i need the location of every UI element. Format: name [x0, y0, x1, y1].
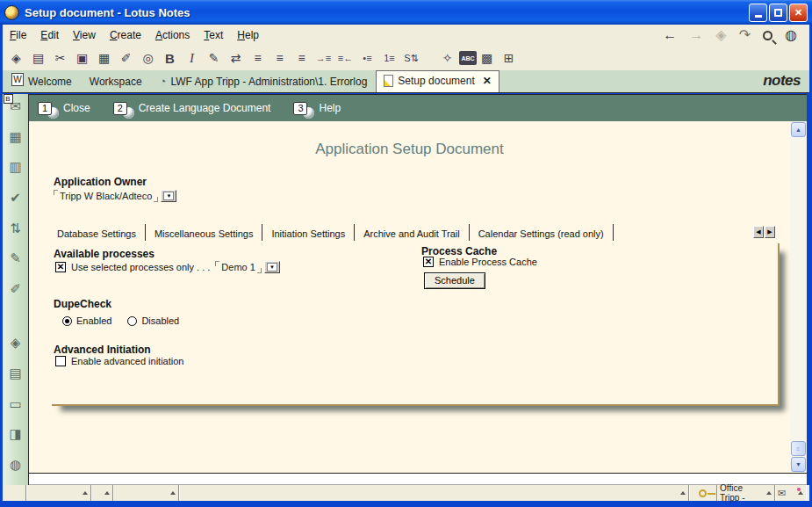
bullet-list-icon[interactable]: •≡ — [357, 48, 377, 69]
outdent-icon[interactable]: ≡← — [335, 48, 356, 69]
close-tab-icon[interactable]: ✕ — [483, 75, 492, 87]
use-selected-processes-checkbox[interactable] — [55, 262, 66, 272]
navigator-icon[interactable]: ◈ — [6, 48, 26, 69]
scroll-up-icon[interactable]: ▲ — [791, 122, 806, 137]
stop-icon[interactable]: ◈ — [715, 28, 726, 42]
maximize-icon — [774, 9, 782, 17]
scroll-down-icon[interactable]: ▼ — [791, 457, 806, 472]
tab-errorlog-label: LWF App Tripp - Administration\1. Errorl… — [170, 76, 367, 88]
attach-file-icon[interactable]: ◎ — [138, 48, 158, 69]
tab-initiation-settings[interactable]: Initiation Settings — [266, 226, 350, 242]
schedule-button[interactable]: Schedule — [424, 272, 485, 289]
databases-folder-icon[interactable]: ▤ — [5, 363, 26, 384]
tab-errorlog[interactable]: ◔ LWF App Tripp - Administration\1. Erro… — [151, 71, 377, 92]
menu-file[interactable]: File — [3, 26, 33, 44]
style-cycle-icon[interactable]: S⇅ — [401, 48, 421, 69]
minimize-button[interactable] — [749, 4, 767, 22]
status-network-section[interactable] — [26, 485, 91, 501]
align-center-icon[interactable]: ≡ — [269, 48, 290, 69]
copy-icon[interactable]: ▣ — [72, 48, 92, 69]
go-back-icon[interactable]: ← — [663, 28, 677, 42]
process-field[interactable]: Demo 1 — [221, 262, 255, 272]
go-forward-icon[interactable]: → — [689, 28, 703, 42]
status-style-section[interactable] — [113, 485, 179, 501]
tab-welcome[interactable]: W Welcome — [3, 72, 81, 92]
open-url-icon[interactable]: ◍ — [785, 28, 797, 42]
menu-help[interactable]: Help — [230, 26, 266, 44]
tab-setup-document[interactable]: Setup document ✕ — [376, 70, 499, 92]
refresh-icon[interactable]: ↷ — [739, 28, 751, 42]
status-security-section[interactable] — [689, 485, 717, 501]
scrollbar-thumb[interactable]: ≡ — [791, 441, 806, 456]
enable-advanced-initiation-label: Enable advanced initiation — [71, 356, 183, 366]
application-owner-field[interactable]: Tripp W Black/Adteco — [60, 191, 152, 201]
format-painter-icon[interactable]: ✐ — [116, 48, 136, 69]
tab-database-settings[interactable]: Database Settings — [52, 226, 141, 242]
tab-scroll-left-icon[interactable]: ◀ — [753, 226, 764, 238]
bold-icon[interactable]: B — [160, 48, 180, 69]
status-message-section[interactable] — [179, 485, 689, 501]
spell-check-icon[interactable]: ABC — [459, 51, 477, 65]
bookmark-bar: B✉ ▦ ▥ ✔ ⇅ ✎ ✐ ◈ ▤ ▭ ◨ ◍ — [3, 94, 29, 485]
toolbar: ◈ ▤ ✂ ▣ ▦ ✐ ◎ B I ✎ ⇄ ≡ ≡ ≡ →≡ ≡← •≡ 1≡ … — [3, 46, 809, 70]
dupecheck-disabled-radio[interactable] — [127, 316, 137, 326]
tab-workspace[interactable]: Workspace — [81, 72, 151, 92]
indent-icon[interactable]: →≡ — [313, 48, 334, 69]
todo-icon[interactable]: ✔ — [5, 187, 26, 208]
italic-icon[interactable]: I — [182, 48, 202, 69]
menu-bar: File Edit View Create Actions Text Help … — [3, 25, 809, 46]
open-database-icon[interactable]: ▤ — [28, 48, 48, 69]
highlighter-icon[interactable]: ✎ — [204, 48, 224, 69]
calendar-icon[interactable]: ▦ — [5, 127, 26, 148]
menu-view[interactable]: View — [66, 26, 103, 44]
mail-icon[interactable]: B✉ — [5, 96, 26, 117]
enable-advanced-initiation-checkbox[interactable] — [55, 356, 66, 366]
status-font-section[interactable] — [91, 485, 113, 501]
flashlight-icon[interactable]: ✧ — [437, 48, 457, 69]
numbered-list-icon[interactable]: 1≡ — [379, 48, 399, 69]
menu-create[interactable]: Create — [103, 26, 148, 44]
tab-separator — [613, 224, 614, 241]
tab-miscellaneous-settings[interactable]: Miscellaneous Settings — [149, 226, 259, 242]
web-browser-icon[interactable]: ◍ — [5, 454, 26, 475]
menu-edit[interactable]: Edit — [33, 26, 66, 44]
internet-folder-icon[interactable]: ◨ — [5, 424, 26, 445]
tab-scroll-right-icon[interactable]: ▶ — [765, 226, 775, 238]
tab-calendar-settings[interactable]: Calendar Settings (read only) — [473, 226, 609, 242]
align-right-icon[interactable]: ≡ — [291, 48, 312, 69]
menu-text[interactable]: Text — [197, 26, 230, 44]
admin-icon[interactable]: ✐ — [5, 279, 26, 300]
status-mail-section[interactable]: ✉ — [775, 485, 806, 501]
action-bar: 1 Close 2 Create Language Document 3 Hel… — [29, 94, 807, 121]
horizontal-scrollbar[interactable] — [29, 473, 807, 485]
location-label: Office Tripp - — [720, 483, 763, 503]
address-book-icon[interactable]: ▥ — [5, 156, 26, 177]
owner-dropdown-button[interactable]: ▼ — [161, 190, 176, 202]
menu-actions[interactable]: Actions — [148, 26, 197, 44]
dupecheck-enabled-radio[interactable] — [62, 316, 72, 326]
enable-process-cache-checkbox[interactable] — [423, 257, 434, 267]
action-help-button[interactable]: 3 Help — [293, 98, 341, 119]
tab-welcome-label: Welcome — [28, 76, 72, 88]
action-close-button[interactable]: 1 Close — [38, 98, 90, 119]
paste-icon[interactable]: ▦ — [94, 48, 114, 69]
more-bookmarks-folder-icon[interactable]: ▭ — [5, 394, 26, 415]
popup-arrow-icon — [83, 491, 88, 495]
action-create-language-document-button[interactable]: 2 Create Language Document — [113, 98, 271, 119]
replicator-icon[interactable]: ⇅ — [5, 218, 26, 239]
chevron-down-icon: ▼ — [267, 263, 277, 272]
status-location-section[interactable]: Office Tripp - — [717, 485, 775, 501]
align-left-icon[interactable]: ≡ — [248, 48, 268, 69]
process-dropdown-button[interactable]: ▼ — [264, 261, 280, 273]
vertical-scrollbar[interactable]: ▲ ≡ ▼ — [790, 121, 807, 473]
maximize-button[interactable] — [769, 4, 787, 22]
designer-icon[interactable]: ✎ — [5, 249, 26, 270]
text-cycle-icon[interactable]: ⇄ — [226, 48, 246, 69]
cut-icon[interactable]: ✂ — [50, 48, 70, 69]
close-button[interactable]: ✕ — [789, 4, 808, 22]
favorites-folder-icon[interactable]: ◈ — [5, 332, 26, 353]
tab-archive-audit-trail[interactable]: Archive and Audit Trail — [358, 226, 464, 242]
search-icon[interactable] — [763, 31, 772, 40]
section-icon[interactable]: ▩ — [477, 48, 497, 69]
insert-table-icon[interactable]: ⊞ — [499, 48, 519, 69]
